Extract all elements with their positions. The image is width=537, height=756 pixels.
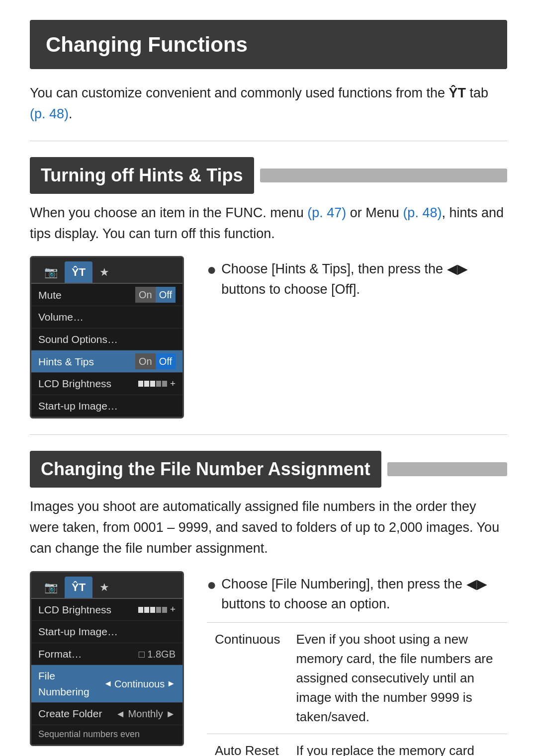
menu-status-text: Sequential numbers even [31, 725, 182, 745]
menu-row-lcd-2: LCD Brightness + [31, 599, 182, 621]
menu-row-createfolder: Create Folder ◄ Monthly ► [31, 703, 182, 725]
menu-row-volume: Volume… [31, 306, 182, 329]
divider-1 [30, 141, 507, 141]
divider-2 [30, 434, 507, 435]
intro-text: You can customize convenient and commonl… [30, 83, 507, 125]
menu-row-sound: Sound Options… [31, 329, 182, 351]
menu-row-hints: Hints & Tips On Off [31, 350, 182, 373]
camera-screen-1: 📷 ŶT ★ Mute On Off Volume… Sound Options… [30, 256, 184, 419]
option-desc-autoreset: If you replace the memory card with a ne… [288, 734, 507, 756]
section2-heading-bar [387, 462, 507, 476]
tab-yt-1: ŶT [65, 261, 92, 283]
section1-title: Turning off Hints & Tips [30, 157, 254, 194]
section1-screen: 📷 ŶT ★ Mute On Off Volume… Sound Options… [30, 256, 189, 419]
section1-heading-bar [260, 168, 507, 182]
section2-title: Changing the File Number Assignment [30, 451, 381, 488]
section2-instruction-text: Choose [File Numbering], then press the … [221, 574, 507, 614]
page-title-bar: Changing Functions [30, 20, 507, 69]
menu-row-startup-1: Start-up Image… [31, 395, 182, 418]
page-title: Changing Functions [46, 29, 491, 60]
section2-desc: Images you shoot are automatically assig… [30, 497, 507, 559]
option-row-continuous: Continuous Even if you shoot using a new… [207, 622, 507, 734]
option-label-autoreset: Auto Reset [207, 734, 288, 756]
tab-camera-1: 📷 [37, 261, 65, 283]
option-desc-continuous: Even if you shoot using a new memory car… [288, 622, 507, 734]
section1-instruction: ● Choose [Hints & Tips], then press the … [207, 256, 507, 299]
menu-row-filenumbering: File Numbering ◄ Continuous ► [31, 665, 182, 703]
section2-heading-container: Changing the File Number Assignment [30, 451, 507, 488]
bullet-dot-1: ● [207, 257, 216, 281]
menu-row-lcd-1: LCD Brightness + [31, 373, 182, 395]
it-icon: ŶT [448, 85, 466, 100]
tab-star-1: ★ [92, 261, 116, 283]
section2-right: ● Choose [File Numbering], then press th… [207, 571, 507, 756]
intro-link: (p. 48) [30, 106, 69, 121]
menu-rows-2: LCD Brightness + Start-up Image… [31, 599, 182, 745]
option-row-autoreset: Auto Reset If you replace the memory car… [207, 734, 507, 756]
menu-row-startup-2: Start-up Image… [31, 621, 182, 643]
option-label-continuous: Continuous [207, 622, 288, 734]
tab-camera-2: 📷 [37, 577, 65, 598]
section1-instruction-text: Choose [Hints & Tips], then press the ◀▶… [221, 259, 507, 299]
section1-heading-container: Turning off Hints & Tips [30, 157, 507, 194]
section1-content: 📷 ŶT ★ Mute On Off Volume… Sound Options… [30, 256, 507, 419]
camera-screen-2: 📷 ŶT ★ LCD Brightness + [30, 571, 184, 746]
section2-screen: 📷 ŶT ★ LCD Brightness + [30, 571, 189, 746]
menu-rows-1: Mute On Off Volume… Sound Options… Hints… [31, 284, 182, 417]
menu-row-mute: Mute On Off [31, 284, 182, 306]
bullet-dot-2: ● [207, 573, 216, 596]
options-table: Continuous Even if you shoot using a new… [207, 622, 507, 756]
section2-content: 📷 ŶT ★ LCD Brightness + [30, 571, 507, 756]
section1-desc: When you choose an item in the FUNC. men… [30, 203, 507, 245]
tab-bar-1: 📷 ŶT ★ [31, 257, 182, 284]
tab-yt-2: ŶT [65, 577, 92, 598]
tab-bar-2: 📷 ŶT ★ [31, 573, 182, 599]
menu-row-format: Format… □ 1.8GB [31, 643, 182, 666]
tab-star-2: ★ [92, 577, 116, 598]
